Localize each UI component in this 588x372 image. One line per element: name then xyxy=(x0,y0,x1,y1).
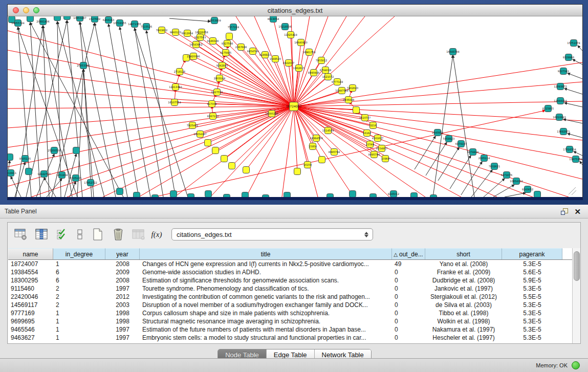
graph-node-teal[interactable] xyxy=(411,193,418,198)
table-cell[interactable]: 5.9E-5 xyxy=(502,276,562,285)
table-cell[interactable]: 5.5E-5 xyxy=(502,293,562,301)
table-cell[interactable]: 1 xyxy=(53,334,105,342)
table-cell[interactable]: 0 xyxy=(392,301,425,309)
graph-node-teal[interactable] xyxy=(64,16,71,20)
graph-node-yellow[interactable] xyxy=(243,167,250,173)
delete-icon[interactable] xyxy=(111,227,125,242)
column-header-year[interactable]: year xyxy=(105,248,140,259)
table-cell[interactable]: 0 xyxy=(392,317,425,325)
table-cell[interactable]: 0 xyxy=(392,276,425,285)
graph-node-teal[interactable] xyxy=(134,192,140,198)
table-cell[interactable]: 2 xyxy=(53,293,105,301)
table-cell[interactable]: 5.3E-5 xyxy=(502,334,562,342)
graph-node-teal[interactable] xyxy=(242,192,249,198)
table-cell[interactable]: 9463627 xyxy=(8,334,53,342)
graph-node-teal[interactable] xyxy=(370,194,377,198)
graph-node-teal[interactable] xyxy=(27,16,34,22)
memory-status-indicator[interactable] xyxy=(572,361,580,369)
window-titlebar[interactable]: citations_edges.txt xyxy=(8,5,582,16)
graph-node-yellow[interactable] xyxy=(353,107,360,114)
table-cell[interactable]: 9699695 xyxy=(8,317,53,325)
close-panel-icon[interactable]: ✕ xyxy=(574,208,581,215)
graph-node-yellow[interactable] xyxy=(221,156,228,162)
graph-node-teal[interactable] xyxy=(350,191,356,198)
table-cell[interactable]: 2008 xyxy=(105,260,140,268)
table-cell[interactable]: 0 xyxy=(392,285,425,293)
table-cell[interactable]: 14569117 xyxy=(8,301,53,309)
table-row[interactable]: 1938455462009Genome-wide association stu… xyxy=(8,268,573,276)
table-cell[interactable]: 5.6E-5 xyxy=(502,268,562,276)
function-builder-icon[interactable]: f(x) xyxy=(152,227,161,242)
table-cell[interactable]: Structural magnetic resonance image aver… xyxy=(140,317,392,325)
graph-node-teal[interactable] xyxy=(54,16,61,21)
graph-node-yellow[interactable] xyxy=(212,147,219,154)
table-cell[interactable]: 1997 xyxy=(105,334,140,342)
table-cell[interactable]: 1 xyxy=(53,325,105,334)
graph-node-teal[interactable] xyxy=(534,191,541,198)
table-scrollbar[interactable] xyxy=(572,248,580,343)
table-settings-icon[interactable] xyxy=(14,227,28,242)
table-cell[interactable]: 9465546 xyxy=(8,325,53,334)
table-cell[interactable]: Genome-wide association studies in ADHD. xyxy=(140,268,392,276)
graph-node-teal[interactable] xyxy=(152,195,159,198)
table-row[interactable]: 1456911722003Disruption of a novel membe… xyxy=(8,301,573,309)
row-pair-icon[interactable] xyxy=(75,227,84,242)
graph-node-teal[interactable] xyxy=(284,192,291,198)
graph-node-teal[interactable] xyxy=(26,168,32,175)
table-cell[interactable]: Disruption of a novel member of a sodium… xyxy=(140,301,392,309)
graph-node-teal[interactable] xyxy=(327,194,334,198)
table-cell[interactable]: 5.3E-5 xyxy=(502,325,562,334)
scrollbar-thumb[interactable] xyxy=(574,251,580,281)
table-cell[interactable]: Changes of HCN gene expression and I(f) … xyxy=(140,260,392,268)
table-row[interactable]: 911546021997Tourette syndrome. Phenomeno… xyxy=(8,285,573,293)
graph-node-teal[interactable] xyxy=(188,194,194,198)
table-cell[interactable]: 1997 xyxy=(105,285,140,293)
table-cell[interactable]: Stergiakouli et al. (2012) xyxy=(425,293,502,301)
table-cell[interactable]: 0 xyxy=(392,334,425,342)
network-canvas[interactable]: 1405572420891406106532871527602646616310… xyxy=(8,16,582,197)
table-cell[interactable]: 2003 xyxy=(105,301,140,309)
column-header-short[interactable]: short xyxy=(425,248,502,259)
table-cell[interactable]: Nakamura et al. (1997) xyxy=(425,325,502,334)
table-cell[interactable]: de Silva et al. (2003) xyxy=(425,301,502,309)
new-document-icon[interactable] xyxy=(91,227,105,242)
table-cell[interactable]: 5.3E-5 xyxy=(502,260,562,268)
table-cell[interactable]: Estimation of significance thresholds fo… xyxy=(140,276,392,285)
column-header-title[interactable]: title xyxy=(140,248,392,259)
graph-node-yellow[interactable] xyxy=(205,140,211,146)
graph-node-yellow[interactable] xyxy=(319,157,325,163)
table-cell[interactable]: 9115460 xyxy=(8,285,53,293)
table-row[interactable]: 2242004622012Investigating the contribut… xyxy=(8,293,573,301)
table-cell[interactable]: 1998 xyxy=(105,309,140,317)
table-cell[interactable]: Franke et al. (2009) xyxy=(425,268,502,276)
table-cell[interactable]: 1998 xyxy=(105,317,140,325)
table-cell[interactable]: 5.3E-5 xyxy=(502,309,562,317)
table-row[interactable]: 946362711997Embryonic stem cells: a mode… xyxy=(8,334,573,342)
table-cell[interactable]: 2 xyxy=(53,301,105,309)
graph-node-yellow[interactable] xyxy=(226,33,233,40)
table-cell[interactable]: 0 xyxy=(392,293,425,301)
column-header-in-degree[interactable]: in_degree xyxy=(53,248,105,259)
table-cell[interactable]: 18300295 xyxy=(8,276,53,285)
column-header-name[interactable]: name xyxy=(8,248,53,259)
table-cell[interactable]: Estimation of the future numbers of pati… xyxy=(140,325,392,334)
table-cell[interactable]: Tibbo et al. (1998) xyxy=(425,309,502,317)
graph-node-teal[interactable] xyxy=(73,147,80,154)
table-cell[interactable]: Hescheler et al. (1997) xyxy=(425,334,502,342)
table-cell[interactable]: Investigating the contribution of common… xyxy=(140,293,392,301)
table-cell[interactable]: 49 xyxy=(392,260,425,268)
table-cell[interactable]: 2 xyxy=(53,285,105,293)
graph-node-teal[interactable] xyxy=(430,195,437,198)
column-header-pagerank[interactable]: pagerank xyxy=(502,248,562,259)
table-cell[interactable]: 0 xyxy=(392,309,425,317)
table-cell[interactable]: 19384554 xyxy=(8,268,53,276)
select-columns-icon[interactable] xyxy=(55,227,69,242)
table-cell[interactable]: 1 xyxy=(53,260,105,268)
show-column-icon[interactable] xyxy=(34,227,49,242)
graph-node-teal[interactable] xyxy=(117,188,123,195)
graph-node-teal[interactable] xyxy=(263,195,269,198)
table-cell[interactable]: Tourette syndrome. Phenomenology and cla… xyxy=(140,285,392,293)
graph-node-teal[interactable] xyxy=(224,194,230,198)
table-cell[interactable]: 2012 xyxy=(105,293,140,301)
table-row[interactable]: 1872400712008Changes of HCN gene express… xyxy=(8,260,573,268)
